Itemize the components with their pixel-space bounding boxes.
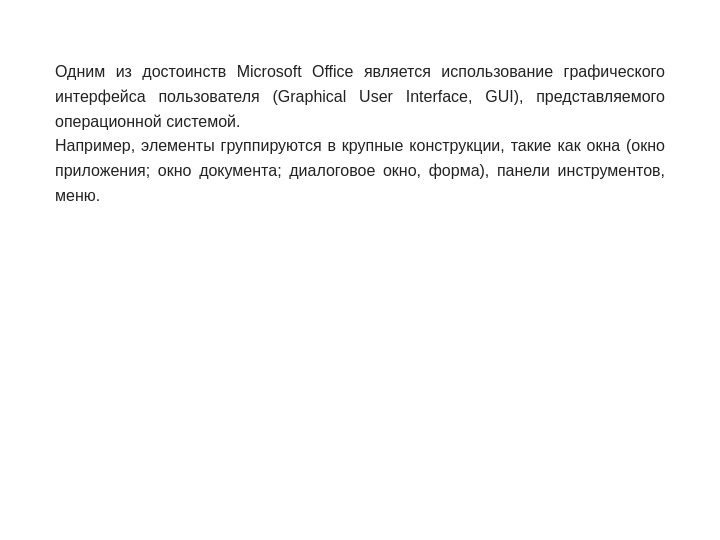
- paragraph-1: Одним из достоинств Microsoft Office явл…: [55, 60, 665, 209]
- paragraph-1-text: Одним из достоинств Microsoft Office явл…: [55, 63, 665, 130]
- main-text-block: Одним из достоинств Microsoft Office явл…: [55, 60, 665, 209]
- paragraph-2-text: Например, элементы группируются в крупны…: [55, 137, 665, 204]
- page-container: Одним из достоинств Microsoft Office явл…: [0, 0, 720, 540]
